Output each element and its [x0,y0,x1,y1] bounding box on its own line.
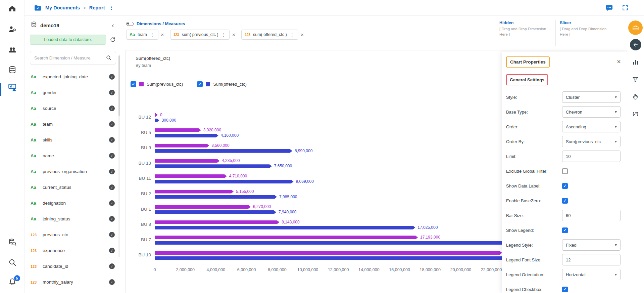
dimension-chip[interactable]: 123sum( offered_ctc )⋮ [241,30,298,40]
bar[interactable] [155,190,234,194]
back-icon[interactable] [630,39,641,50]
property-select[interactable]: Chevron▾ [562,106,621,118]
property-select[interactable]: Horizontal▾ [562,269,621,280]
bar[interactable] [155,174,227,178]
chip-menu-icon[interactable]: ⋮ [221,32,226,37]
scrollbar-thumb[interactable] [118,55,120,116]
field-item[interactable]: Aaskillsi [24,132,121,148]
info-icon[interactable]: i [109,279,115,285]
bar[interactable] [155,210,276,214]
notifications-bell-icon[interactable]: 5 [0,278,24,288]
filter-icon[interactable] [632,73,639,86]
property-checkbox[interactable]: ✓ [562,227,568,233]
bar[interactable] [155,226,415,229]
global-search-icon[interactable] [0,258,24,267]
field-item[interactable]: Aanamei [24,148,121,164]
field-item[interactable]: Aaexpected_joining_datei [24,69,121,85]
property-select[interactable]: Fixed▾ [562,239,621,251]
bar[interactable] [155,256,530,260]
field-item[interactable]: Aajoining_statusi [24,211,121,227]
bar[interactable] [155,195,277,199]
chip-menu-icon[interactable]: ⋮ [150,32,155,37]
property-select[interactable]: Ascending▾ [562,121,621,132]
property-input[interactable]: 10 [562,151,621,162]
visibility-toggle-icon[interactable] [126,22,134,26]
hidden-drop-zone[interactable]: Hidden [ Drag and Drop Dimension Here ] [495,20,555,46]
datastore-icon[interactable] [0,66,24,74]
bar[interactable] [155,159,219,163]
bar[interactable] [155,220,279,224]
field-search-input[interactable] [34,55,106,60]
bar[interactable] [155,119,159,122]
fullscreen-icon[interactable] [622,4,629,11]
bar[interactable] [155,251,502,255]
bar[interactable] [155,236,418,239]
info-icon[interactable]: i [109,153,115,159]
property-input[interactable]: 60 [562,210,621,221]
bar[interactable] [155,205,251,209]
info-icon[interactable]: i [109,74,115,80]
property-checkbox[interactable]: ✓ [562,287,568,292]
bar[interactable] [155,164,272,168]
refresh-icon[interactable] [109,36,116,43]
team-icon[interactable] [0,45,24,54]
chip-menu-icon[interactable]: ⋮ [290,32,295,37]
search-icon[interactable] [106,55,112,61]
bar[interactable] [155,241,516,245]
property-input[interactable]: 12 [562,254,621,265]
property-checkbox[interactable]: ✓ [562,198,568,204]
report-builder-icon[interactable] [0,83,24,92]
data-search-icon[interactable] [0,238,24,247]
chip-remove-icon[interactable]: × [161,32,164,38]
info-icon[interactable]: i [109,216,115,222]
chart-type-icon[interactable] [632,56,639,69]
info-icon[interactable]: i [109,232,115,238]
chip-remove-icon[interactable]: × [232,32,235,38]
user-settings-icon[interactable] [0,25,24,34]
info-icon[interactable]: i [109,200,115,206]
field-item[interactable]: Aateami [24,116,121,132]
breadcrumb-menu-icon[interactable]: ⋮ [108,5,114,11]
close-icon[interactable]: × [617,58,621,65]
breadcrumb-page[interactable]: Report [89,5,105,10]
toolbox-icon[interactable] [628,20,643,35]
property-select[interactable]: Cluster▾ [562,91,621,103]
field-item[interactable]: 123experiencei [24,243,121,258]
hand-tool-icon[interactable] [632,90,639,103]
info-icon[interactable]: i [109,137,115,143]
field-item[interactable]: Aacurrent_statusi [24,179,121,195]
bar[interactable] [155,113,158,117]
info-icon[interactable]: i [109,263,115,269]
bar[interactable] [155,149,292,153]
field-item[interactable]: Aadesignationi [24,195,121,211]
field-list-scrollbar[interactable] [118,55,120,257]
info-icon[interactable]: i [109,184,115,190]
field-item[interactable]: Aasourcei [24,100,121,116]
info-icon[interactable]: i [109,248,115,253]
info-icon[interactable]: i [109,121,115,127]
property-checkbox[interactable]: ✓ [562,183,568,189]
home-icon[interactable] [0,4,24,13]
breadcrumb-folder[interactable]: My Documents [45,5,80,10]
info-icon[interactable]: i [109,90,115,95]
field-item[interactable]: 123monthly_salaryi [24,274,121,290]
collapse-panel-icon[interactable]: ‹ [110,22,115,29]
regex-icon[interactable]: (.*) [633,107,638,120]
bar[interactable] [155,134,218,137]
dimension-chip[interactable]: Aateam⋮ [126,30,158,40]
bar[interactable] [155,180,294,183]
slicer-drop-zone[interactable]: Slicer [ Drag and Drop Dimension Here ] [555,20,624,46]
chip-remove-icon[interactable]: × [301,32,304,38]
bar[interactable] [155,144,209,148]
bar[interactable] [155,128,201,132]
dimension-chip[interactable]: 123sum( previous_ctc )⋮ [170,30,230,40]
info-icon[interactable]: i [109,169,115,174]
property-select[interactable]: Sum(previous_ctc▾ [562,136,621,147]
property-checkbox[interactable] [562,168,568,174]
field-item[interactable]: Aaprevious_organisationi [24,164,121,179]
field-item[interactable]: 123candidate_idi [24,258,121,274]
field-item[interactable]: Aagenderi [24,85,121,100]
comments-icon[interactable] [605,4,613,12]
info-icon[interactable]: i [109,106,115,111]
field-item[interactable]: 123previous_ctci [24,227,121,243]
